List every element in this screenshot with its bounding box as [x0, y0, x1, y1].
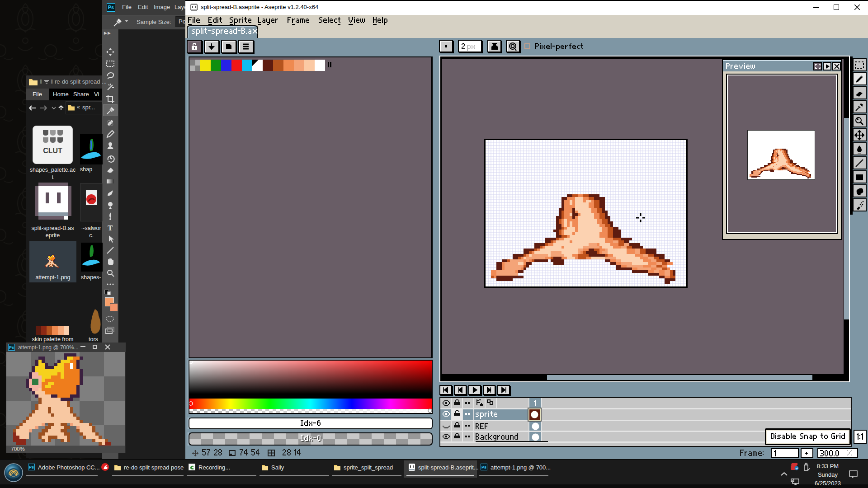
- svg-text:T: T: [108, 224, 113, 232]
